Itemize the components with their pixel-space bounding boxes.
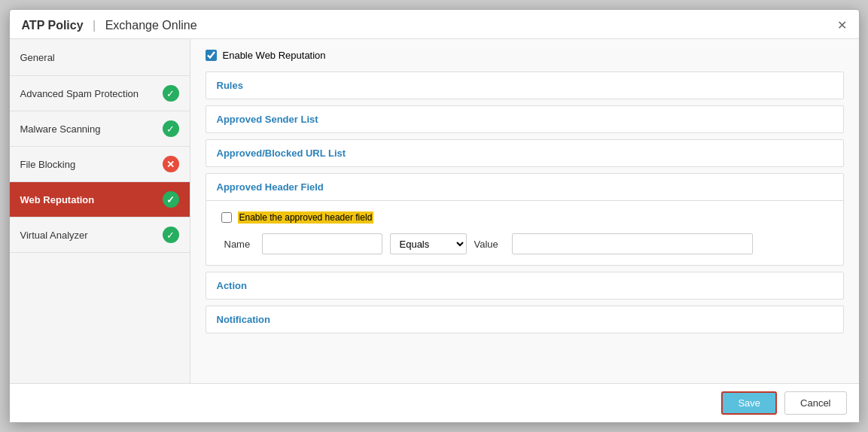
approved-header-field-title: Approved Header Field xyxy=(217,181,324,193)
rules-title: Rules xyxy=(217,80,243,91)
value-input[interactable] xyxy=(512,233,753,254)
approved-header-field-body: Enable the approved header field Name Eq… xyxy=(206,201,843,265)
sidebar-item-general[interactable]: General xyxy=(10,39,190,76)
sidebar-item-label: Web Reputation xyxy=(20,194,95,205)
dialog-title-text: ATP Policy xyxy=(22,19,84,32)
save-button[interactable]: Save xyxy=(721,391,777,415)
dialog-body: General Advanced Spam Protection ✓ Malwa… xyxy=(10,39,859,383)
approved-sender-list-section[interactable]: Approved Sender List xyxy=(206,105,844,133)
close-button[interactable]: ✕ xyxy=(837,20,847,32)
sidebar-item-virtual-analyzer[interactable]: Virtual Analyzer ✓ xyxy=(10,218,190,253)
approved-header-field-section: Approved Header Field Enable the approve… xyxy=(206,173,844,266)
enable-web-reputation-label: Enable Web Reputation xyxy=(223,50,326,61)
sidebar-item-advanced-spam-protection[interactable]: Advanced Spam Protection ✓ xyxy=(10,76,190,111)
error-icon: ✕ xyxy=(163,156,179,172)
sidebar-item-label: General xyxy=(20,52,55,63)
notification-section[interactable]: Notification xyxy=(206,306,844,333)
equals-select[interactable]: Equals Contains Not Equals xyxy=(390,233,467,254)
dialog-subtitle: Exchange Online xyxy=(105,19,197,32)
title-separator: | xyxy=(93,19,96,32)
dialog-title: ATP Policy | Exchange Online xyxy=(22,19,197,32)
check-icon: ✓ xyxy=(163,85,179,102)
notification-title: Notification xyxy=(217,314,271,325)
sidebar-item-malware-scanning[interactable]: Malware Scanning ✓ xyxy=(10,111,190,147)
main-content: Enable Web Reputation Rules Approved Sen… xyxy=(190,39,859,383)
approved-blocked-url-list-section[interactable]: Approved/Blocked URL List xyxy=(206,139,844,167)
approved-sender-list-title: Approved Sender List xyxy=(217,114,318,125)
dialog-footer: Save Cancel xyxy=(10,383,859,422)
check-icon: ✓ xyxy=(163,191,179,208)
approved-blocked-url-list-title: Approved/Blocked URL List xyxy=(217,148,346,159)
sidebar-item-label: Malware Scanning xyxy=(20,123,101,135)
sidebar-item-label: Virtual Analyzer xyxy=(20,230,88,241)
dialog-header: ATP Policy | Exchange Online ✕ xyxy=(10,10,859,39)
enable-header-field-label: Enable the approved header field xyxy=(238,211,374,223)
dialog: ATP Policy | Exchange Online ✕ General A… xyxy=(9,9,860,423)
approved-header-field-bar[interactable]: Approved Header Field xyxy=(206,174,843,201)
name-label: Name xyxy=(224,239,254,250)
sidebar-item-file-blocking[interactable]: File Blocking ✕ xyxy=(10,147,190,182)
sidebar: General Advanced Spam Protection ✓ Malwa… xyxy=(10,39,190,383)
enable-header-field-row: Enable the approved header field xyxy=(221,211,828,223)
name-input[interactable] xyxy=(262,233,382,254)
value-label: Value xyxy=(474,239,504,250)
sidebar-item-label: File Blocking xyxy=(20,159,76,170)
cancel-button[interactable]: Cancel xyxy=(784,391,846,415)
enable-header-field-checkbox[interactable] xyxy=(221,212,232,223)
enable-web-reputation-checkbox[interactable] xyxy=(206,50,217,61)
rules-section[interactable]: Rules xyxy=(206,71,844,99)
action-title: Action xyxy=(217,280,247,291)
action-section[interactable]: Action xyxy=(206,272,844,300)
check-icon: ✓ xyxy=(163,120,179,137)
header-field-inputs-row: Name Equals Contains Not Equals Value xyxy=(224,233,828,254)
sidebar-item-label: Advanced Spam Protection xyxy=(20,88,139,99)
sidebar-item-web-reputation[interactable]: Web Reputation ✓ xyxy=(10,182,190,218)
enable-web-reputation-row: Enable Web Reputation xyxy=(206,50,844,61)
enable-header-field-text: Enable the approved header field xyxy=(238,211,374,224)
general-status-icon xyxy=(161,48,179,66)
check-icon: ✓ xyxy=(163,227,179,243)
